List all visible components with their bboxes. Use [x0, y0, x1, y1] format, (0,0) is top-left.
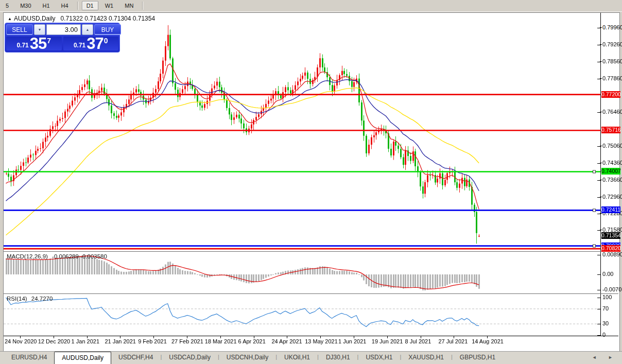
collapse-arrow-icon[interactable]: ▲ — [8, 16, 12, 21]
macd-axis-tick-label: -0.007011 — [602, 286, 622, 292]
x-axis-label: 6 Apr 2021 — [238, 338, 266, 344]
timeframe-button-d1[interactable]: D1 — [82, 1, 98, 10]
volume-decrease-icon[interactable]: ▼ — [34, 24, 45, 35]
timeframe-button-h4[interactable]: H4 — [57, 1, 73, 10]
y-axis-tick-label: 0.78560 — [602, 58, 622, 64]
y-axis-tick-label: 0.73660 — [602, 177, 622, 183]
rsi-axis-tick-label: 30 — [602, 320, 609, 326]
timeframe-button-w1[interactable]: W1 — [100, 1, 118, 10]
timeframe-button-h1[interactable]: H1 — [38, 1, 55, 10]
timeframe-button-5[interactable]: 5 — [1, 1, 13, 10]
buy-price-big: 37 — [87, 37, 103, 50]
rsi-axis-tick-label: 0 — [602, 332, 606, 338]
x-axis-label: 1 Jan 2021 — [72, 338, 99, 344]
x-axis-label: 24 Apr 2021 — [271, 338, 302, 344]
sell-price-sup: 7 — [47, 37, 51, 45]
time-axis-line — [4, 336, 618, 336]
rsi-axis-tick-label: 70 — [602, 305, 609, 311]
macd-pane-divider[interactable] — [4, 251, 618, 252]
macd-indicator-label: MACD(12,26,9) -0.006289 -0.003580 — [7, 253, 107, 259]
chart-window: ▲AUDUSD,Daily0.71322 0.71423 0.71304 0.7… — [3, 12, 620, 352]
tab-usdchf-h4[interactable]: USDCHF,H4 — [111, 352, 160, 364]
y-axis-tick-label: 0.72960 — [602, 194, 622, 200]
x-axis-label: 18 Mar 2021 — [205, 338, 237, 344]
toolbar-separator — [77, 2, 78, 10]
tab-ukoil-h1[interactable]: UKOil,H1 — [277, 352, 317, 364]
volume-input[interactable] — [46, 24, 81, 35]
rsi-name: RSI(14) — [7, 296, 27, 302]
timeframe-button-m30[interactable]: M30 — [15, 1, 36, 10]
timeframe-toolbar: 5M30H1H4D1W1MN — [0, 0, 622, 12]
rsi-pane-divider[interactable] — [4, 293, 618, 294]
y-axis-tick-mark — [600, 44, 602, 45]
sell-price-big: 35 — [30, 37, 46, 50]
price-chart-canvas[interactable] — [4, 13, 601, 350]
tab-audusd-daily[interactable]: AUDUSD,Daily — [54, 352, 111, 364]
tab-xauusd-h1[interactable]: XAUUSD,H1 — [401, 352, 451, 364]
sell-price-prefix: 0.71 — [16, 42, 28, 49]
y-axis-tick-mark — [600, 146, 602, 146]
y-axis-tick-label: 0.76460 — [602, 109, 622, 115]
x-axis-label: 19 Jun 2021 — [372, 338, 403, 344]
x-axis-label: 8 Jul 2021 — [405, 338, 431, 344]
rsi-value: 24.7270 — [31, 296, 53, 302]
y-axis-tick-mark — [600, 197, 602, 197]
macd-values: -0.006289 -0.003580 — [52, 253, 107, 259]
y-axis-tick-mark — [600, 61, 602, 62]
buy-price-sup: 0 — [104, 37, 108, 45]
y-axis-tick-label: 0.74360 — [602, 160, 622, 166]
chart-title: ▲AUDUSD,Daily0.71322 0.71423 0.71304 0.7… — [8, 15, 155, 22]
x-axis-label: 13 May 2021 — [305, 338, 338, 344]
sell-price-display[interactable]: 0.71 35 7 — [6, 37, 62, 50]
rsi-axis-tick-label: 100 — [602, 294, 612, 300]
macd-axis-tick-label: 0.008904 — [602, 251, 622, 257]
price-level-label: 0.70820 — [601, 245, 620, 252]
current-price-label: 0.71354 — [601, 232, 620, 239]
x-axis-label: 27 Jul 2021 — [438, 338, 468, 344]
x-axis-label: 14 Aug 2021 — [472, 338, 504, 344]
macd-name: MACD(12,26,9) — [7, 253, 48, 259]
tab-usdcnh-daily[interactable]: USDCNH,Daily — [219, 352, 275, 364]
price-level-label: 0.75716 — [601, 127, 620, 133]
y-axis-tick-label: 0.79960 — [602, 24, 622, 30]
tab-gbpusd-h1[interactable]: GBPUSD,H1 — [453, 352, 503, 364]
x-axis-label: 27 Feb 2021 — [171, 338, 203, 344]
sell-button[interactable]: SELL — [6, 24, 33, 35]
symbol-tab-bar: EURUSD,H4AUDUSD,DailyUSDCHF,H4|USDCAD,Da… — [0, 351, 622, 364]
volume-increase-icon[interactable]: ▲ — [82, 24, 93, 35]
price-level-label: 0.74007 — [601, 168, 620, 175]
tab-usdx-h1[interactable]: USDX,H1 — [358, 352, 400, 364]
tab-scroll-arrows[interactable]: ◄ ► — [592, 355, 618, 360]
y-axis-tick-mark — [600, 78, 602, 79]
price-level-label: 0.72411 — [601, 206, 620, 213]
y-axis-tick-mark — [600, 112, 602, 112]
y-axis-tick-label: 0.77860 — [602, 75, 622, 81]
chart-symbol-label: AUDUSD,Daily — [14, 15, 56, 22]
y-axis-tick-label: 0.75060 — [602, 143, 622, 149]
x-axis-label: 24 Nov 2020 — [5, 338, 37, 344]
y-axis-tick-mark — [600, 163, 602, 163]
price-level-label: 0.77200 — [601, 91, 620, 98]
x-axis-label: 21 Jan 2021 — [105, 338, 136, 344]
x-axis-label: 1 Jun 2021 — [338, 338, 366, 344]
y-axis-tick-mark — [600, 230, 602, 230]
buy-button[interactable]: BUY — [94, 24, 121, 35]
rsi-indicator-label: RSI(14) 24.7270 — [7, 296, 53, 302]
buy-price-prefix: 0.71 — [74, 42, 85, 49]
y-axis-tick-mark — [600, 180, 602, 180]
buy-price-display[interactable]: 0.71 37 0 — [63, 37, 119, 50]
macd-axis-tick-label: 0.00 — [602, 271, 613, 277]
tab-eurusd-h4[interactable]: EURUSD,H4 — [4, 352, 54, 364]
x-axis-label: 12 Dec 2020 — [38, 338, 70, 344]
tab-usdcad-daily[interactable]: USDCAD,Daily — [162, 352, 218, 364]
tab-dj30-h1[interactable]: DJ30,H1 — [319, 352, 357, 364]
chart-ohlc-values: 0.71322 0.71423 0.71304 0.71354 — [61, 15, 156, 22]
timeframe-button-mn[interactable]: MN — [120, 1, 138, 10]
toolbar-separator — [142, 2, 143, 10]
y-axis-tick-label: 0.79260 — [602, 41, 622, 47]
y-axis-tick-mark — [600, 27, 602, 28]
x-axis-label: 9 Feb 2021 — [138, 338, 167, 344]
one-click-trading-panel: SELL ▼ ▲ BUY 0.71 35 7 0.71 37 0 — [5, 23, 120, 53]
